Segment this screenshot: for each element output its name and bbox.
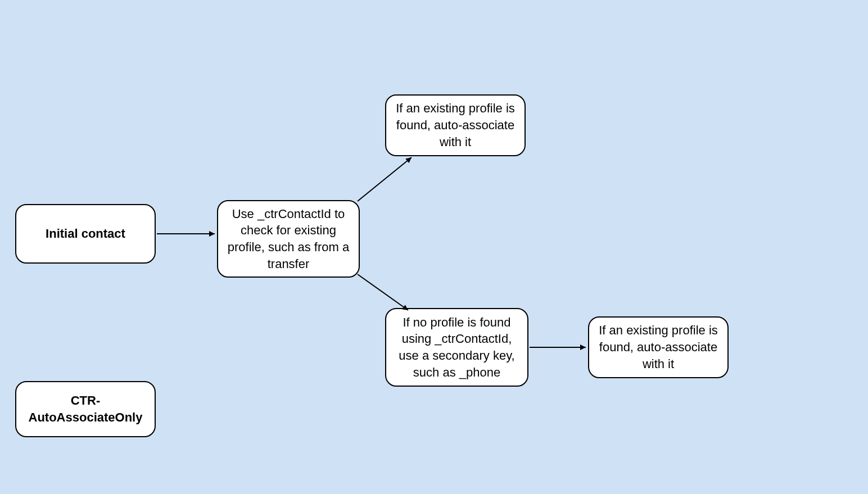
node-no-profile: If no profile is found using _ctrContact… (385, 308, 528, 387)
svg-line-2 (358, 274, 408, 310)
node-found-top: If an existing profile is found, auto-as… (385, 94, 526, 156)
node-label: Use _ctrContactId to check for existing … (227, 206, 350, 273)
node-label: If an existing profile is found, auto-as… (598, 322, 718, 372)
node-label: If no profile is found using _ctrContact… (395, 314, 518, 381)
node-initial-contact: Initial contact (15, 204, 156, 264)
node-label: CTR-AutoAssociateOnly (25, 392, 146, 425)
svg-line-1 (358, 157, 412, 201)
node-check-profile: Use _ctrContactId to check for existing … (217, 200, 360, 278)
node-ctr-label: CTR-AutoAssociateOnly (15, 381, 156, 437)
node-label: If an existing profile is found, auto-as… (395, 100, 516, 150)
node-label: Initial contact (46, 225, 125, 242)
node-found-right: If an existing profile is found, auto-as… (588, 316, 729, 378)
